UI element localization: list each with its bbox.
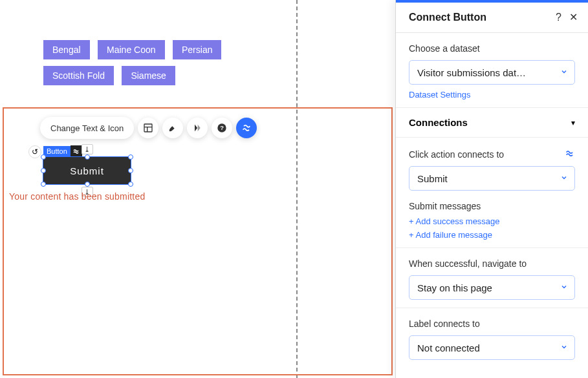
click-action-label: Click action connects to (409, 149, 504, 160)
label-connects-dropdown[interactable]: Not connected (409, 335, 575, 360)
element-type-label: Button (43, 146, 71, 156)
submit-messages-block: Submit messages + Add success message + … (409, 201, 575, 240)
dataset-value: Visitor submissions dat… (417, 67, 560, 78)
click-action-dropdown[interactable]: Submit (409, 166, 575, 191)
submit-button-label: Submit (70, 165, 104, 176)
connections-header-section: Connections ▾ (396, 108, 588, 138)
svg-text:?: ? (220, 125, 224, 131)
add-failure-link[interactable]: + Add failure message (409, 230, 575, 240)
tag-group: Bengal Maine Coon Persian Scottish Fold … (43, 40, 250, 92)
resize-handle[interactable] (128, 182, 133, 187)
dataset-section: Choose a dataset Visitor submissions dat… (396, 33, 588, 108)
anchor-top-icon[interactable]: ⤓ (82, 144, 93, 154)
navigate-section: When successful, navigate to Stay on thi… (396, 248, 588, 308)
tag-item[interactable]: Scottish Fold (43, 66, 114, 85)
submitted-message: Your content has been submitted (9, 191, 145, 202)
resize-handle[interactable] (41, 168, 46, 173)
label-connects-section: Label connects to Not connected (396, 308, 588, 368)
tag-item[interactable]: Bengal (43, 40, 90, 59)
design-icon[interactable] (162, 118, 183, 138)
canvas-area: Bengal Maine Coon Persian Scottish Fold … (0, 0, 395, 378)
dataset-dropdown[interactable]: Visitor submissions dat… (409, 60, 575, 85)
layout-icon[interactable] (138, 118, 158, 138)
connect-data-icon[interactable] (565, 148, 575, 161)
tag-item[interactable]: Persian (173, 40, 221, 59)
add-success-link[interactable]: + Add success message (409, 216, 575, 226)
element-toolbar: Change Text & Icon ? (40, 116, 257, 140)
panel-title: Connect Button (409, 12, 548, 23)
resize-handle[interactable] (85, 182, 90, 187)
navigate-dropdown[interactable]: Stay on this page (409, 275, 575, 300)
click-action-value: Submit (417, 173, 560, 184)
animation-icon[interactable] (187, 118, 208, 138)
history-icon[interactable]: ↺ (28, 145, 41, 158)
element-badge: Button (43, 145, 82, 157)
resize-handle[interactable] (41, 154, 46, 160)
resize-handle[interactable] (128, 154, 133, 160)
connections-heading: Connections (409, 117, 468, 128)
label-connects-value: Not connected (417, 342, 560, 353)
chevron-down-icon (560, 173, 568, 184)
tag-item[interactable]: Siamese (122, 66, 175, 85)
submit-messages-heading: Submit messages (409, 201, 575, 211)
connect-panel: Connect Button ? ✕ Choose a dataset Visi… (395, 0, 588, 378)
dataset-settings-link[interactable]: Dataset Settings (409, 90, 575, 100)
tag-item[interactable]: Maine Coon (98, 40, 165, 59)
help-icon[interactable]: ? (556, 12, 561, 23)
click-action-section: Click action connects to Submit Submit m… (396, 138, 588, 248)
close-icon[interactable]: ✕ (569, 12, 578, 23)
chevron-down-icon (560, 282, 568, 293)
navigate-value: Stay on this page (417, 282, 560, 293)
help-icon[interactable]: ? (212, 118, 232, 138)
change-text-icon-button[interactable]: Change Text & Icon (40, 117, 134, 139)
resize-handle[interactable] (85, 154, 90, 160)
navigate-label: When successful, navigate to (409, 258, 575, 269)
selected-element[interactable]: ⤓ Submit ⤓ (43, 157, 131, 184)
collapse-icon[interactable]: ▾ (571, 118, 575, 127)
label-connects-label: Label connects to (409, 319, 575, 329)
dataset-label: Choose a dataset (409, 43, 575, 54)
resize-handle[interactable] (41, 182, 46, 187)
svg-rect-0 (144, 124, 152, 132)
element-connect-icon[interactable] (71, 145, 82, 157)
connect-data-icon[interactable] (236, 118, 257, 138)
submit-button[interactable]: Submit (43, 157, 131, 184)
chevron-down-icon (560, 342, 568, 353)
panel-header: Connect Button ? ✕ (396, 3, 588, 33)
chevron-down-icon (560, 67, 568, 78)
resize-handle[interactable] (128, 168, 133, 173)
